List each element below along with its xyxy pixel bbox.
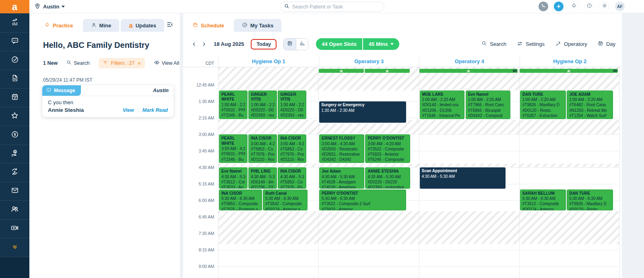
filters-clear-icon[interactable]: × xyxy=(138,60,141,66)
calendar-view-button[interactable] xyxy=(284,39,296,50)
current-date: 18 Aug 2025 xyxy=(214,41,244,47)
column-header[interactable]: Operatory 4 xyxy=(419,56,520,67)
sidebar-item-analytics[interactable] xyxy=(0,13,29,32)
tab-mine[interactable]: Mine xyxy=(83,19,120,32)
sidebar-item-telehealth[interactable] xyxy=(0,219,29,238)
message-preview: C you then xyxy=(48,99,168,105)
appointment-procedure: #D0140 - limited ora xyxy=(422,102,462,107)
appointment-block[interactable]: PERRY O'DONTIST5:30 AM - 6:30 AM#T3522 -… xyxy=(319,189,406,211)
tab-schedule[interactable]: Schedule xyxy=(184,19,232,32)
appointment-block[interactable]: GINGER VITIS1:00 AM - 2:20 AM#D0220 - D0… xyxy=(278,91,306,119)
global-search[interactable] xyxy=(280,2,384,12)
location-selector[interactable]: Austin xyxy=(34,3,65,10)
sidebar-item-recurring-payments[interactable]: $ xyxy=(0,163,29,182)
column-header[interactable]: Operatory 3 xyxy=(319,56,419,67)
appointment-block[interactable]: Joe Adam4:30 AM - 5:30 AM#T4528 - Amalga… xyxy=(319,167,364,189)
more-appointments-above-indicator[interactable] xyxy=(365,69,410,73)
more-appointments-above-indicator[interactable] xyxy=(319,69,364,73)
appointment-patient: DAN TURE xyxy=(522,92,564,97)
chevron-down-icon xyxy=(62,6,65,8)
next-day-button[interactable] xyxy=(201,41,207,47)
appointment-block[interactable]: MOE LARS1:00 AM - 2:20 AM#D0140 - limite… xyxy=(420,91,465,119)
sidebar-expand-button[interactable] xyxy=(0,238,29,257)
chart-view-button[interactable] xyxy=(296,39,308,50)
appointment-block[interactable]: INA CISOR3:00 AM - 4:20 AM#T5853 - Co#T7… xyxy=(278,134,306,163)
appointment-procedure: #D1110 - Root xyxy=(280,157,304,162)
help-button[interactable]: ? xyxy=(584,2,594,11)
appointment-block[interactable]: PHIL LING4:30 AM - 5:30 AM#D0140 - lim#D… xyxy=(248,167,277,189)
appointment-time: 3:00 AM - 4:20 AM xyxy=(322,141,362,146)
open-slots-pill[interactable]: 44 Open Slots 45 Mins xyxy=(316,38,399,50)
settings-button[interactable] xyxy=(600,2,609,11)
appointment-block[interactable]: ERNEST FLOSSY3:00 AM - 4:20 AM#D2650 - R… xyxy=(319,134,364,163)
sidebar-item-patients[interactable] xyxy=(0,200,29,219)
sidebar-item-payments[interactable]: $ xyxy=(0,126,29,144)
add-button[interactable]: + xyxy=(554,2,564,11)
global-search-input[interactable] xyxy=(292,4,373,10)
today-button[interactable]: Today xyxy=(251,39,277,49)
button-label: Operatory xyxy=(564,41,587,47)
sidebar-item-forms[interactable] xyxy=(0,70,29,89)
sidebar-item-email[interactable] xyxy=(0,182,29,201)
appointment-block[interactable]: GINGER VITIS1:00 AM - 2:20 AM#D0220 - D0… xyxy=(248,91,277,119)
avatar[interactable]: AF xyxy=(615,2,625,11)
appointment-block[interactable]: DAN TURE5:30 AM - 6:30 AM#T9826 - Maxill… xyxy=(567,189,613,211)
sidebar-item-reviews[interactable] xyxy=(0,107,29,126)
appointment-procedure: #T5853 - Composite xyxy=(221,201,260,206)
open-slots-count[interactable]: 44 Open Slots xyxy=(316,38,362,50)
view-link[interactable]: View xyxy=(123,107,134,113)
appointment-block[interactable]: JOE ADAM1:00 AM - 2:20 AM#T6482 - Root C… xyxy=(567,91,613,119)
sidebar-item-schedule[interactable] xyxy=(0,88,29,107)
appointment-procedure: #T5853 - Co xyxy=(251,146,275,152)
appointment-block[interactable]: PEARL WHITE1:00 AM - 2:20 AM#T6531 - PFM… xyxy=(219,91,248,119)
appointment-block[interactable]: INA CISOR5:30 AM - 6:30 AM#T5853 - Compo… xyxy=(219,189,262,211)
appointment-block[interactable]: INA CISOR3:00 AM - 4:20 AM#T5853 - Co#T7… xyxy=(248,134,277,163)
appointment-block[interactable]: Eve Namel4:30 AM - 5:30 AM#T3512 - Cor#T… xyxy=(219,167,248,189)
operatory-view-button[interactable]: Operatory xyxy=(555,41,587,48)
tab-my-tasks[interactable]: My Tasks xyxy=(234,19,282,32)
more-appointments-above-indicator[interactable]: Mi xyxy=(520,69,618,73)
prev-day-button[interactable] xyxy=(191,41,197,47)
appointment-time: 1:30 AM - 2:30 AM xyxy=(321,108,404,113)
collapse-panel-button[interactable] xyxy=(166,19,174,32)
appointment-block[interactable]: ANNIE STESHIA4:30 AM - 5:30 AM#D0220 - D… xyxy=(365,167,410,189)
appointment-block[interactable]: PEARL WHITE3:00 AM - 4:20 AM#T6531 - PFM… xyxy=(219,134,248,163)
appointment-procedure: #D0220 - D0 xyxy=(280,107,304,113)
panel-search-button[interactable]: Search xyxy=(66,60,90,66)
plus-icon: + xyxy=(557,3,560,10)
column-header[interactable]: Hygiene Op 1 xyxy=(218,56,319,67)
app-logo[interactable]: a xyxy=(0,0,29,13)
appointment-block[interactable]: Scan Appointment4:30 AM - 5:30 AM xyxy=(420,167,506,189)
appointment-block[interactable]: DAN TURE1:00 AM - 2:20 AM#T9826 - Maxill… xyxy=(520,91,566,119)
schedule-settings-button[interactable]: Settings xyxy=(517,41,545,48)
mark-read-link[interactable]: Mark Read xyxy=(142,107,168,113)
view-all-button[interactable]: View All xyxy=(154,60,180,67)
appointment-block[interactable]: SARAH BELLUM5:30 AM - 6:30 AM#T3512 - Co… xyxy=(520,189,566,211)
column-header[interactable]: Hygiene Op 2 xyxy=(520,56,620,67)
schedule-search-button[interactable]: Search xyxy=(481,41,506,47)
appointment-procedure: #D4342 - Composit xyxy=(468,113,508,118)
sidebar-item-payouts[interactable]: $ xyxy=(0,144,29,163)
sidebar-item-tasks[interactable] xyxy=(0,51,29,70)
appointment-block[interactable]: Eve Namel1:00 AM - 2:20 AM#T7966 - Root … xyxy=(466,91,511,119)
tab-practice[interactable]: Practice xyxy=(36,19,81,32)
refresh-dollar-icon: $ xyxy=(10,167,19,177)
slot-duration-dropdown[interactable]: 45 Mins xyxy=(363,38,399,50)
message-card[interactable]: Message Austin C you then Annie Steshia … xyxy=(42,85,173,117)
operatory-column: PEARL WHITE1:00 AM - 2:20 AM#T6531 - PFM… xyxy=(219,67,319,278)
day-view-button[interactable]: Day xyxy=(598,41,615,47)
more-appointments-above-indicator[interactable]: MI xyxy=(419,69,518,73)
tab-updates[interactable]: a Updates xyxy=(121,19,164,32)
appointment-block[interactable]: Ruth Canal5:30 AM - 6:30 AM#T3542 - Comp… xyxy=(263,189,307,211)
notifications-button[interactable] xyxy=(569,2,579,11)
appointment-block[interactable]: PERRY O'DONTIST3:00 AM - 4:20 AM#T3522 -… xyxy=(365,134,410,163)
appointment-block[interactable]: INA CISOR4:30 AM - 5:30 AM#T5853 - Co#T7… xyxy=(278,167,306,189)
search-icon xyxy=(66,60,72,66)
filters-pill[interactable]: Filters : 27 × xyxy=(99,58,145,68)
appointment-block[interactable]: Surgery or Emergency1:30 AM - 2:30 AM xyxy=(319,101,406,123)
columns: PEARL WHITE1:00 AM - 2:20 AM#T6531 - PFM… xyxy=(219,67,620,278)
sidebar-item-messages[interactable] xyxy=(0,32,29,51)
time-label: 1:30 AM xyxy=(198,99,214,104)
time-label: 3:45 AM xyxy=(198,148,214,153)
phone-button[interactable] xyxy=(539,2,548,11)
